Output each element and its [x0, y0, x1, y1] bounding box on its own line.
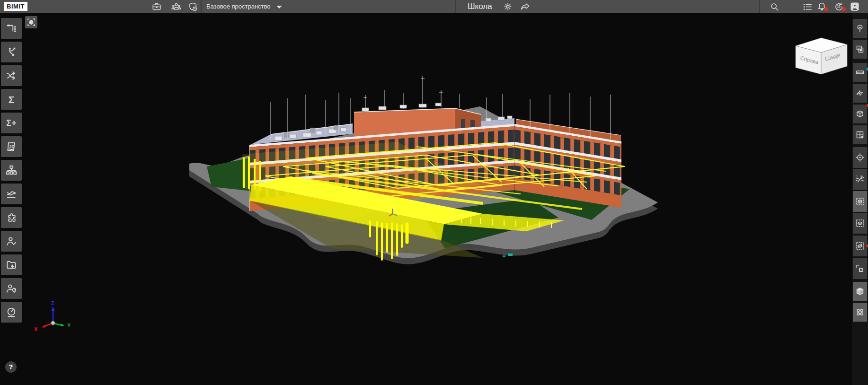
show-visible-button[interactable]	[853, 213, 867, 234]
settings-gear-icon[interactable]	[502, 1, 514, 12]
bell-badge	[824, 7, 828, 11]
left-toolbar: Σ Σ+ 2D	[0, 13, 23, 385]
clash-detection-button[interactable]	[1, 65, 22, 86]
sum-add-button[interactable]: Σ+	[1, 113, 22, 133]
focus-target-button[interactable]	[853, 147, 867, 168]
capture-view-button[interactable]	[853, 40, 867, 59]
remove-selection-button[interactable]	[853, 258, 867, 279]
sheet-2d-button[interactable]: 2D	[1, 136, 22, 157]
license-clock-icon[interactable]	[187, 1, 199, 12]
model-tree-button[interactable]	[1, 18, 22, 39]
search-icon[interactable]	[769, 1, 780, 12]
section-box-button[interactable]	[853, 105, 867, 123]
structure-button[interactable]	[1, 160, 22, 181]
topbar-divider-center	[455, 0, 456, 13]
nav-cube[interactable]: Справа Сзади	[796, 38, 847, 74]
app-logo[interactable]: BiMiT	[4, 2, 27, 11]
sigma-glyph: Σ	[9, 95, 15, 105]
workspace-caret-icon[interactable]	[276, 6, 282, 9]
grid-axes-button[interactable]: 1 2	[853, 169, 867, 190]
plugins-button[interactable]	[1, 207, 22, 228]
topbar-divider-right	[759, 0, 760, 13]
sigma-plus-glyph: Σ+	[6, 119, 16, 127]
axis-label-y: Y	[67, 323, 71, 328]
user-check-button[interactable]	[1, 231, 22, 252]
viewport-3d[interactable]: Справа Сзади Z X Y	[0, 0, 868, 385]
menu-list-icon[interactable]	[802, 1, 813, 12]
orbit-view-button[interactable]	[853, 303, 867, 322]
environment-tree-button[interactable]	[853, 19, 867, 38]
dashboard-button[interactable]	[1, 302, 22, 323]
shared-folder-button[interactable]	[1, 254, 22, 275]
floor-plan-button[interactable]	[853, 125, 867, 144]
history-badge	[841, 7, 846, 11]
solid-view-button[interactable]	[853, 282, 867, 301]
grid-axis-label-2: 2	[860, 175, 862, 177]
isolate-selection-button[interactable]	[853, 191, 867, 212]
briefcase-icon[interactable]	[151, 1, 162, 12]
analytics-button[interactable]	[1, 184, 22, 204]
sum-button[interactable]: Σ	[1, 89, 22, 110]
right-toolbar: 1 2	[852, 13, 868, 385]
measure-ruler-button[interactable]	[853, 63, 867, 82]
grid-axis-label-1: 1	[856, 175, 858, 178]
hide-hidden-button[interactable]	[853, 236, 867, 256]
axis-label-z: Z	[51, 300, 54, 306]
axis-label-x: X	[34, 326, 38, 332]
share-icon[interactable]	[519, 1, 531, 12]
page-title: Школа	[468, 0, 492, 13]
relations-button[interactable]	[1, 42, 22, 62]
fit-view-button[interactable]	[25, 16, 37, 28]
workspace-selector[interactable]: Базовое пространство	[206, 0, 271, 13]
section-flash-button[interactable]	[853, 84, 867, 103]
user-avatar-icon[interactable]	[849, 1, 860, 12]
sheet-2d-glyph: 2D	[9, 144, 15, 149]
team-icon[interactable]	[170, 1, 182, 12]
top-bar: BiMiT Базовое пространство Школа	[0, 0, 868, 13]
help-button[interactable]: ?	[5, 361, 17, 373]
topbar-divider	[201, 0, 202, 13]
user-location-button[interactable]	[1, 278, 22, 299]
